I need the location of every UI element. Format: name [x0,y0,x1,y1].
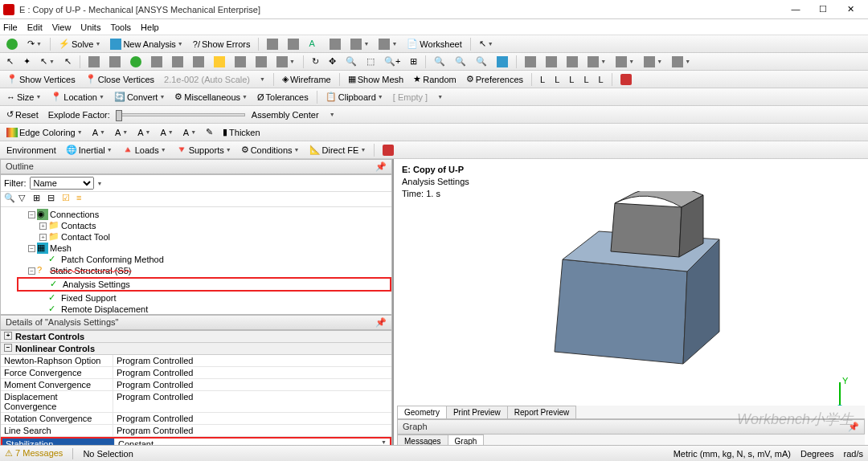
e4[interactable]: A ▼ [158,127,177,138]
clipboard-drop[interactable]: ▼ [434,93,446,100]
details-pin-icon[interactable]: 📌 [375,317,387,328]
tb-icon-4[interactable] [326,38,344,51]
menu-help[interactable]: Help [141,22,159,32]
tb-icon-6[interactable]: ▼ [375,38,400,51]
menu-units[interactable]: Units [80,22,100,32]
tree-fixed-support[interactable]: ✓Fixed Support [17,292,391,304]
tab-geometry[interactable]: Geometry [397,406,447,418]
show-mesh-button[interactable]: ▦ Show Mesh [345,73,407,85]
tab-report-preview[interactable]: Report Preview [507,406,576,418]
section-restart[interactable]: +Restart Controls [1,331,391,343]
sel-7[interactable] [211,55,228,68]
ot-4[interactable]: ⊟ [47,193,60,206]
menu-edit[interactable]: Edit [27,22,43,32]
sel-10[interactable]: ▼ [273,55,298,68]
e2[interactable]: A ▼ [112,127,131,138]
close-button[interactable]: ✕ [842,4,858,14]
filter-select[interactable]: Name [30,177,94,190]
auto-scale-drop[interactable]: ▼ [256,75,268,83]
supports-button[interactable]: 🔻 Supports ▼ [173,144,235,156]
sel-2[interactable]: ✦ [20,55,34,67]
sel-3[interactable]: ↖▼ [37,55,58,67]
sel-4[interactable]: ↖ [61,55,75,67]
tolerances-button[interactable]: Ø Tolerances [254,92,312,103]
clipboard-button[interactable]: 📋 Clipboard ▼ [322,91,387,103]
sel-edge[interactable] [106,55,124,68]
zoom-1[interactable]: 🔍 [431,55,448,67]
view-mode-4[interactable]: ▼ [584,55,609,68]
view-mode-1[interactable] [522,55,539,68]
sel-body[interactable] [148,55,166,68]
check-button[interactable] [3,38,21,51]
inertial-button[interactable]: 🌐 Inertial ▼ [63,144,116,156]
tree-static-structural[interactable]: −?Static Structural (S5) [17,265,391,276]
sel-9[interactable] [252,55,270,68]
sel-6[interactable] [190,55,207,68]
tb-icon-1[interactable] [264,38,281,51]
tree-patch[interactable]: ✓Patch Conforming Method [17,254,391,265]
view-mode-7[interactable]: ▼ [669,55,694,68]
arrow-button[interactable]: ↷▼ [24,38,45,50]
tb-icon-2[interactable] [285,38,302,51]
detail-row[interactable]: Line SearchProgram Controlled [1,425,391,437]
graph-pin-icon[interactable]: 📌 [848,422,859,432]
minimize-button[interactable]: — [788,4,804,14]
disp-2[interactable]: L [551,74,563,85]
menu-file[interactable]: File [3,22,18,32]
detail-row[interactable]: Displacement ConvergenceProgram Controll… [1,391,391,413]
detail-row[interactable]: Force ConvergenceProgram Controlled [1,367,391,379]
sel-vertex[interactable] [85,55,103,68]
ot-1[interactable]: 🔍 [4,193,17,206]
view-1[interactable]: ↻ [309,55,322,67]
convert-button[interactable]: 🔄 Convert ▼ [111,91,168,103]
close-vertices-button[interactable]: 📍 Close Vertices [82,73,158,85]
size-button[interactable]: ↔ Size ▼ [3,92,44,103]
reset-button[interactable]: ↺ Reset [3,108,42,120]
random-button[interactable]: ★ Random [410,73,460,85]
direct-fe-button[interactable]: 📐 Direct FE ▼ [306,144,370,156]
tree-analysis-settings[interactable]: ✓Analysis Settings [17,277,391,292]
detail-row[interactable]: Moment ConvergenceProgram Controlled [1,379,391,391]
status-messages[interactable]: ⚠ 7 Messages [5,448,63,459]
tb-icon-5[interactable]: ▼ [347,38,372,51]
wireframe-button[interactable]: ◈ Wireframe [279,73,334,85]
disp-4[interactable]: L [580,74,592,85]
detail-row[interactable]: Rotation ConvergenceProgram Controlled [1,413,391,425]
maximize-button[interactable]: ☐ [815,4,831,14]
outline-pin-icon[interactable]: 📌 [375,161,387,172]
sel-8[interactable] [231,55,249,68]
env-extra[interactable] [379,144,397,157]
view-3[interactable]: 🔍 [342,55,360,67]
view-mode-5[interactable]: ▼ [612,55,637,68]
iso-button[interactable] [493,55,511,68]
e1[interactable]: A ▼ [89,127,108,138]
edge-coloring-button[interactable]: Edge Coloring ▼ [3,127,86,138]
show-errors-button[interactable]: ?/ Show Errors [190,39,254,50]
show-vertices-button[interactable]: 📍 Show Vertices [3,73,79,85]
detail-row[interactable]: Newton-Raphson OptionProgram Controlled [1,355,391,367]
view-mode-3[interactable] [563,55,581,68]
ot-6[interactable]: ≡ [76,193,89,206]
explode-slider[interactable] [117,113,245,116]
tree-contacts[interactable]: +📁Contacts [17,220,391,231]
assembly-center-dropdown[interactable]: Assembly Center ▼ [248,109,338,120]
disp-3[interactable]: L [566,74,577,85]
tree-remote-displacement[interactable]: ✓Remote Displacement [17,304,391,315]
menu-view[interactable]: View [52,22,72,32]
disp-5[interactable]: L [596,74,607,85]
view-mode-2[interactable] [542,55,560,68]
tab-print-preview[interactable]: Print Preview [446,406,508,418]
sel-face[interactable] [127,55,145,68]
loads-button[interactable]: 🔺 Loads ▼ [119,144,170,156]
e6[interactable]: ✎ [203,126,216,138]
view-6[interactable]: ⊞ [407,55,420,67]
zoom-3[interactable]: 🔍 [473,55,490,67]
ot-2[interactable]: ▽ [18,193,31,206]
worksheet-button[interactable]: 📄Worksheet [403,38,465,50]
ot-3[interactable]: ⊞ [33,193,46,206]
view-mode-6[interactable]: ▼ [641,55,665,68]
preferences-button[interactable]: ⚙ Preferences [463,73,526,85]
solve-button[interactable]: ⚡Solve ▼ [55,38,104,50]
ot-5[interactable]: ☑ [62,193,75,206]
pointer-button[interactable]: ↖▼ [476,38,497,50]
